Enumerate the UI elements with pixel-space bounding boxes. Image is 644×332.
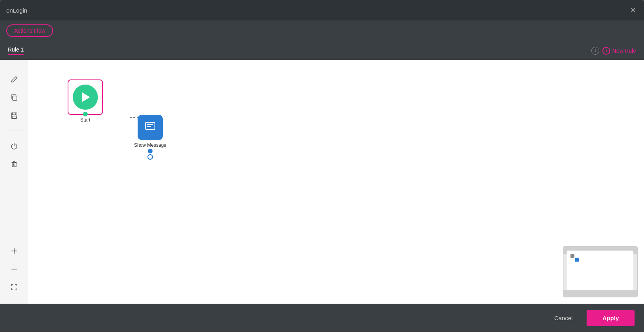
- title-bar: onLogin ✕: [0, 0, 644, 20]
- toolbar-group-top: [0, 68, 28, 127]
- rule-bar-right: i + New Rule: [591, 47, 636, 55]
- start-node-box[interactable]: [68, 79, 103, 115]
- flow-canvas[interactable]: ✕ Start: [28, 60, 644, 304]
- power-tool-button[interactable]: [6, 137, 23, 155]
- tab-bar: Actions Flow: [0, 20, 644, 41]
- modal-title: onLogin: [6, 7, 27, 14]
- svg-rect-2: [13, 113, 16, 115]
- play-icon: [82, 92, 90, 102]
- rule-tab[interactable]: Rule 1: [8, 46, 24, 55]
- info-badge: i: [591, 47, 599, 55]
- show-message-hollow-dot: [147, 154, 153, 160]
- cancel-button[interactable]: Cancel: [546, 311, 581, 325]
- minimap: [563, 246, 638, 297]
- left-toolbar: [0, 60, 28, 304]
- svg-rect-0: [13, 96, 17, 100]
- show-message-node[interactable]: Show Message: [132, 115, 168, 160]
- start-output-dot: [83, 112, 88, 116]
- canvas-wrapper: ✕ Start: [0, 60, 644, 304]
- new-rule-button[interactable]: + New Rule: [602, 47, 636, 55]
- show-message-output-dot: [148, 149, 153, 153]
- message-icon: [145, 122, 156, 133]
- connector-svg: ✕: [28, 60, 644, 304]
- zoom-out-button[interactable]: [6, 260, 23, 278]
- tab-actions-flow[interactable]: Actions Flow: [6, 24, 53, 37]
- start-node[interactable]: Start: [68, 79, 103, 123]
- copy-tool-button[interactable]: [6, 89, 23, 106]
- show-message-box[interactable]: [138, 115, 163, 140]
- toolbar-bottom: [6, 242, 23, 304]
- apply-button[interactable]: Apply: [587, 310, 635, 326]
- close-button[interactable]: ✕: [629, 5, 638, 15]
- footer: Cancel Apply: [0, 304, 644, 332]
- rule-bar: Rule 1 i + New Rule: [0, 41, 644, 60]
- svg-rect-4: [12, 162, 16, 167]
- toolbar-group-mid: [0, 134, 28, 176]
- show-message-label: Show Message: [134, 142, 166, 148]
- minimap-message: [575, 258, 579, 262]
- fit-view-button[interactable]: [6, 279, 23, 296]
- svg-rect-3: [12, 116, 16, 118]
- trash-tool-button[interactable]: [6, 155, 23, 173]
- modal-window: onLogin ✕ Actions Flow Rule 1 i + New Ru…: [0, 0, 644, 332]
- new-rule-plus-icon: +: [602, 47, 610, 55]
- svg-rect-8: [145, 122, 155, 129]
- zoom-in-button[interactable]: [6, 242, 23, 260]
- new-rule-label: New Rule: [612, 48, 636, 54]
- save-tool-button[interactable]: [6, 107, 23, 124]
- minimap-start: [570, 254, 574, 258]
- minimap-inner: [567, 251, 633, 293]
- start-circle-icon: [73, 85, 98, 110]
- start-node-label: Start: [80, 117, 90, 123]
- edit-tool-button[interactable]: [6, 71, 23, 88]
